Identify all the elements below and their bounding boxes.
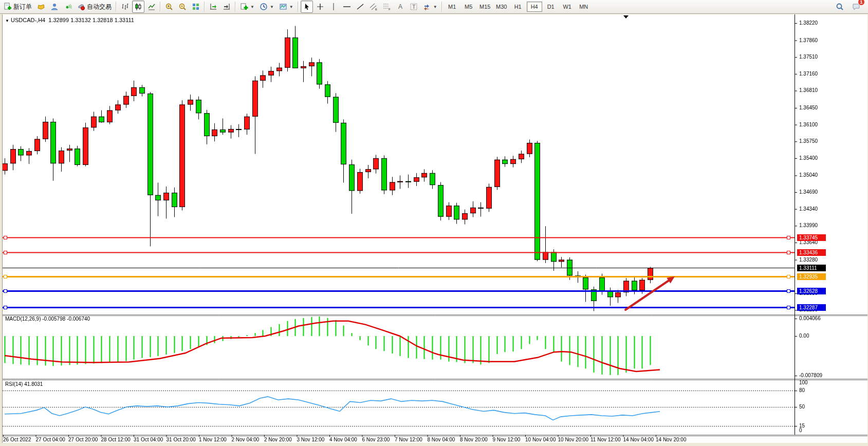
new-order-button[interactable]: 新订单 xyxy=(2,1,34,13)
textA-icon: A xyxy=(396,3,404,11)
rsi-indicator-label: RSI(14) 41.8031 xyxy=(5,381,43,387)
auto-scroll-button[interactable] xyxy=(207,1,219,13)
timeframe-button-mn[interactable]: MN xyxy=(576,2,592,12)
tile-windows-button[interactable] xyxy=(190,1,202,13)
book-icon xyxy=(37,3,45,11)
text-button[interactable]: A xyxy=(394,1,407,13)
hline-price-tag: 1.32935 xyxy=(797,273,826,280)
chart-canvas[interactable] xyxy=(3,14,867,443)
chart-shift-marker-icon[interactable] xyxy=(623,15,629,18)
autotrade-icon xyxy=(77,3,85,11)
price-axis-tick: 1.36450 xyxy=(799,105,818,110)
dropdown-arrow-icon[interactable]: ▼ xyxy=(289,5,293,9)
search-button[interactable] xyxy=(834,1,846,13)
toolbar-button-label: 自动交易 xyxy=(87,3,112,11)
indicators-button[interactable]: ▼ xyxy=(238,1,256,13)
hline-button[interactable] xyxy=(341,1,353,13)
time-axis-label: 14 Nov 04:00 xyxy=(623,437,654,442)
templates-button[interactable]: ▼ xyxy=(277,1,296,13)
toolbar-separator xyxy=(235,2,236,12)
price-axis-tick: 1.38220 xyxy=(799,20,818,26)
hline-price-tag: 1.33745 xyxy=(797,234,826,241)
timeframe-button-m5[interactable]: M5 xyxy=(461,2,476,12)
timeframe-button-h1[interactable]: H1 xyxy=(510,2,526,12)
svg-text:T: T xyxy=(412,4,416,10)
autotrade-button[interactable]: 自动交易 xyxy=(75,1,114,13)
price-alert-button[interactable] xyxy=(35,1,47,13)
chart-menu-arrow-icon[interactable]: ▼ xyxy=(5,18,9,23)
candles-icon xyxy=(134,3,142,11)
candle-chart-button[interactable] xyxy=(132,1,144,13)
signal-icon xyxy=(64,3,72,11)
toolbar-separator xyxy=(204,2,205,12)
time-axis-label: 1 Nov 12:00 xyxy=(199,437,227,442)
bars-icon xyxy=(121,3,129,11)
pointer-icon xyxy=(303,3,311,11)
timeframe-button-h4[interactable]: H4 xyxy=(527,2,542,12)
rsi-axis-tick: 0 xyxy=(799,428,802,433)
vline-icon xyxy=(329,3,338,11)
chartshift-icon xyxy=(223,3,231,11)
macd-axis-tick: 0.00 xyxy=(799,333,809,339)
svg-text:E: E xyxy=(375,8,377,11)
price-axis-tick: 1.37510 xyxy=(799,54,818,60)
svg-text:A: A xyxy=(398,3,402,10)
toolbar-separator xyxy=(441,2,442,12)
timeframe-button-w1[interactable]: W1 xyxy=(560,2,575,12)
arrows-button[interactable]: ▼ xyxy=(421,1,439,13)
timeframe-button-m30[interactable]: M30 xyxy=(494,2,509,12)
hline-price-tag: 1.32287 xyxy=(797,304,826,311)
fibo-button[interactable]: F xyxy=(381,1,393,13)
main-toolbar: 新订单自动交易▼▼▼EFAT▼M1M5M15M30H1H4D1W1MN1 xyxy=(0,0,868,14)
hline-icon xyxy=(343,3,351,11)
vline-button[interactable] xyxy=(327,1,340,13)
time-axis-label: 7 Nov 12:00 xyxy=(395,437,422,442)
time-axis-label: 31 Oct 20:00 xyxy=(167,437,196,442)
hline-price-tag: 1.32628 xyxy=(797,288,826,294)
timeframe-button-m15[interactable]: M15 xyxy=(477,2,493,12)
notification-badge: 1 xyxy=(858,0,865,6)
crosshair-button[interactable] xyxy=(314,1,326,13)
timeframe-button-d1[interactable]: D1 xyxy=(543,2,559,12)
zoom-in-button[interactable] xyxy=(163,1,175,13)
time-axis-label: 10 Nov 20:00 xyxy=(558,437,589,442)
trendline-button[interactable] xyxy=(354,1,366,13)
time-axis-label: 8 Nov 04:00 xyxy=(428,437,455,442)
signals-button[interactable] xyxy=(62,1,74,13)
bar-chart-button[interactable] xyxy=(119,1,131,13)
dropdown-arrow-icon[interactable]: ▼ xyxy=(250,5,254,9)
dropdown-arrow-icon[interactable]: ▼ xyxy=(433,5,437,9)
cursor-button[interactable] xyxy=(301,1,313,13)
market-watch-button[interactable] xyxy=(48,1,61,13)
plus-doc-icon xyxy=(240,3,248,11)
current-price-tag: 1.33111 xyxy=(797,265,826,271)
time-axis-label: 14 Nov 20:00 xyxy=(656,437,687,442)
zoom-out-button[interactable] xyxy=(176,1,189,13)
time-axis-label: 28 Oct 12:00 xyxy=(101,437,131,442)
chart-title: ▼ USDCAD-,H4 1.32899 1.33132 1.32818 1.3… xyxy=(5,17,134,23)
time-axis-label: 10 Nov 04:00 xyxy=(525,437,556,442)
periods-button[interactable]: ▼ xyxy=(257,1,276,13)
fibo-icon: F xyxy=(383,3,391,11)
dropdown-arrow-icon[interactable]: ▼ xyxy=(270,5,274,9)
time-axis-label: 27 Oct 04:00 xyxy=(36,437,65,442)
macd-indicator-label: MACD(12,26,9) -0.005798 -0.006740 xyxy=(5,316,90,322)
time-axis-label: 9 Nov 12:00 xyxy=(493,437,521,442)
price-axis-tick: 1.35400 xyxy=(799,155,818,161)
price-axis-tick: 1.36810 xyxy=(799,87,818,93)
arrows-icon xyxy=(423,3,431,11)
chat-button[interactable]: 1 xyxy=(850,1,862,13)
price-axis-tick: 1.37860 xyxy=(799,38,818,43)
zoom-in-icon xyxy=(165,3,173,11)
channel-button[interactable]: E xyxy=(367,1,380,13)
timeframe-button-m1[interactable]: M1 xyxy=(445,2,460,12)
price-axis-tick: 1.33280 xyxy=(799,257,818,263)
lens-icon xyxy=(836,3,844,11)
chart-window: ▼ USDCAD-,H4 1.32899 1.33132 1.32818 1.3… xyxy=(2,14,867,443)
linechart-icon xyxy=(147,3,156,11)
chart-shift-button[interactable] xyxy=(220,1,233,13)
price-axis-tick: 1.35750 xyxy=(799,138,818,144)
toolbar-separator xyxy=(116,2,117,12)
line-chart-button[interactable] xyxy=(145,1,158,13)
label-button[interactable]: T xyxy=(408,1,420,13)
